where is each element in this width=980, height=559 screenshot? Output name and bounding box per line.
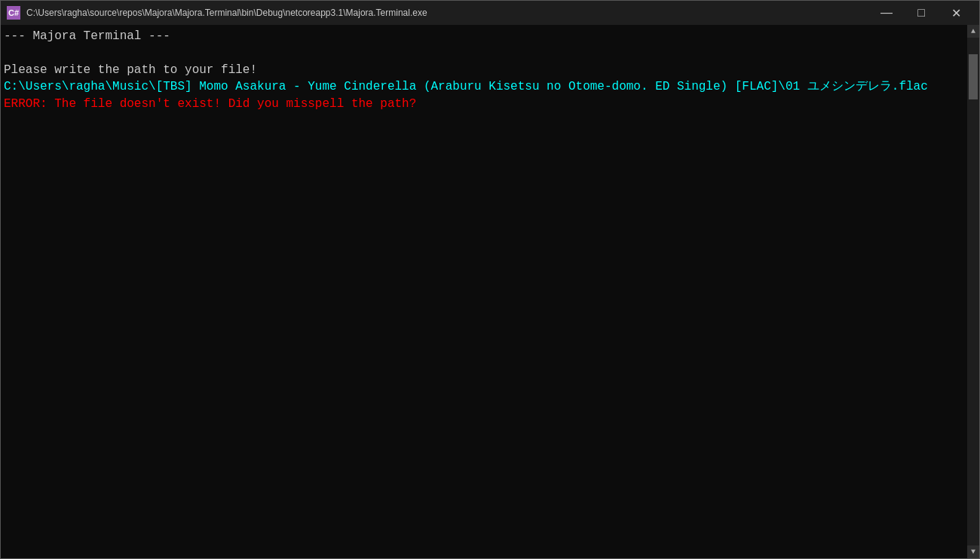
scrollbar-down-arrow[interactable]: ▼	[967, 545, 979, 558]
scrollbar-track[interactable]	[967, 38, 979, 545]
app-icon-label: C#	[8, 8, 19, 17]
terminal-body: --- Majora Terminal --- Please write the…	[1, 25, 979, 558]
terminal-line-1: --- Majora Terminal ---	[4, 28, 964, 44]
window: C# C:\Users\ragha\source\repos\Majora\Ma…	[0, 0, 980, 559]
terminal-content[interactable]: --- Majora Terminal --- Please write the…	[1, 25, 967, 558]
titlebar: C# C:\Users\ragha\source\repos\Majora\Ma…	[1, 1, 979, 25]
window-controls: — □ ✕	[869, 1, 973, 25]
app-icon: C#	[7, 6, 20, 20]
close-button[interactable]: ✕	[939, 1, 973, 25]
minimize-button[interactable]: —	[869, 1, 904, 25]
scrollbar-up-arrow[interactable]: ▲	[967, 25, 979, 38]
terminal-line-3: Please write the path to your file!	[4, 62, 964, 78]
terminal-line-4: C:\Users\ragha\Music\[TBS] Momo Asakura …	[4, 78, 964, 95]
maximize-button[interactable]: □	[904, 1, 939, 25]
terminal-line-5: ERROR: The file doesn't exist! Did you m…	[4, 96, 964, 112]
terminal-line-2	[4, 44, 964, 61]
window-title: C:\Users\ragha\source\repos\Majora\Major…	[26, 8, 869, 18]
scrollbar-thumb[interactable]	[969, 54, 978, 99]
scrollbar[interactable]: ▲ ▼	[967, 25, 979, 558]
